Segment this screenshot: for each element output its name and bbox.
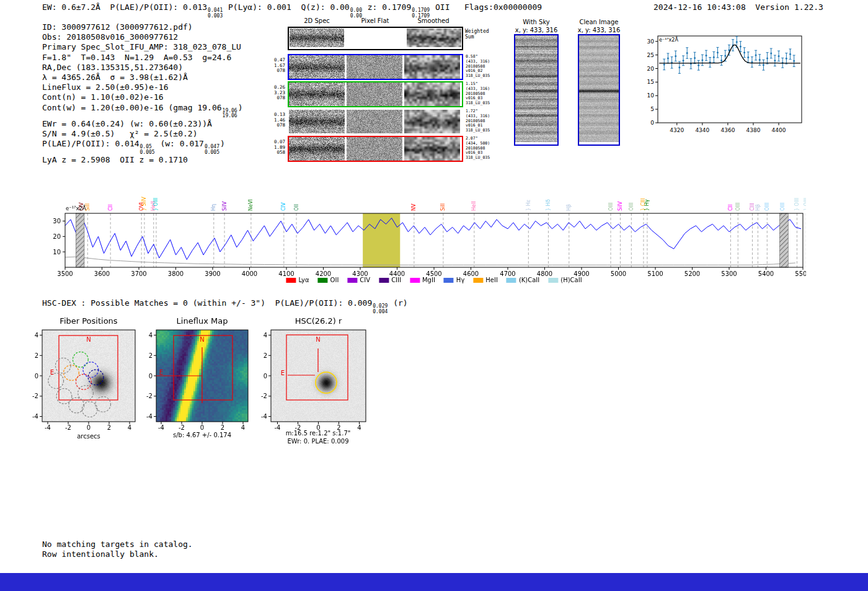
highlight-band bbox=[363, 213, 400, 267]
emission-line-label: OII bbox=[294, 204, 299, 211]
data-point bbox=[770, 53, 772, 55]
y-tick-label: -4 bbox=[146, 413, 153, 420]
hsc-title: HSC(26.2) r bbox=[295, 316, 342, 326]
x-tick-label: 3800 bbox=[168, 270, 184, 277]
y-tick-label: 0 bbox=[149, 373, 153, 380]
hsc-overlay: HSC(26.2) r-4-2024-4-2024NEm:16.5 re:1.2… bbox=[252, 315, 386, 447]
text-segment: z: 0.1709 bbox=[363, 2, 411, 12]
magnitude-caption: m:16.5 re:1.2" s:1.7" bbox=[286, 430, 351, 437]
data-point bbox=[755, 55, 757, 56]
x-tick-label: 4 bbox=[357, 424, 361, 431]
info-line: ID: 3000977612 (3000977612.pdf) bbox=[42, 22, 243, 32]
data-point bbox=[789, 53, 791, 55]
weighted-smoothed-image bbox=[407, 29, 461, 47]
text-segment: EWr = 0.64(±0.24) (w: 0.60(±0.23))Å bbox=[42, 119, 212, 128]
hsc-cutout-panel: HSC(26.2) r-4-2024-4-2024NEm:16.5 re:1.2… bbox=[252, 315, 386, 447]
match-region-box bbox=[59, 335, 118, 400]
sb-caption: s/b: 4.67 +/- 0.174 bbox=[173, 432, 231, 438]
text-segment: F=1.8" T=0.143 N=1.29 A=0.53 g=24.6 bbox=[42, 53, 231, 62]
data-point bbox=[793, 60, 795, 62]
emission-line-label: CIII bbox=[750, 203, 755, 211]
spec2d-row-annotation: 1.15" (433, 316) 20180508 v016_03 318_LU… bbox=[466, 82, 503, 106]
north-label: N bbox=[316, 336, 320, 343]
text-segment: Primary Spec_Slot_IFU_AMP: 318_023_078_L… bbox=[42, 42, 241, 51]
north-label: N bbox=[200, 336, 204, 343]
y-tick-label: 5 bbox=[650, 106, 654, 112]
x-tick-label: -4 bbox=[158, 424, 164, 431]
x-tick-label: 5000 bbox=[611, 270, 626, 277]
emission-line-label: CIV bbox=[281, 202, 286, 211]
emission-line-label: } OIII bbox=[804, 198, 806, 211]
x-tick-label: 5300 bbox=[721, 270, 737, 277]
ewr-plae-caption: EWr: 0. PLAE: 0.009 bbox=[287, 438, 348, 445]
bottom-bar bbox=[0, 573, 868, 591]
fiber-circle bbox=[73, 352, 88, 367]
legend-item: CIII bbox=[379, 277, 401, 283]
x-tick-label: 4000 bbox=[242, 270, 257, 277]
spec2d-row-smoothed-image bbox=[404, 82, 460, 106]
legend-label: OII bbox=[330, 277, 339, 283]
x-tick-label: 4360 bbox=[720, 127, 735, 133]
units-annotation: e⁻¹⁷x2Å bbox=[66, 205, 86, 211]
elixer-report-page: EW: 0.6±7.2Å P(LAE)/P(OII): 0.0130.0410.… bbox=[0, 0, 868, 591]
data-point bbox=[743, 51, 745, 53]
info-line: RA,Dec (183.135315,51.273640) bbox=[42, 63, 243, 73]
plot-box bbox=[65, 213, 803, 267]
legend-label: CIII bbox=[391, 277, 401, 283]
data-point bbox=[720, 60, 722, 61]
legend-label: Hγ bbox=[456, 277, 464, 283]
spec2d-row-pixelflat-image bbox=[347, 55, 402, 79]
data-point bbox=[675, 55, 676, 57]
text-segment: λ = 4365.26Å σ = 3.98(±1.62)Å bbox=[42, 73, 188, 82]
match-region-box bbox=[286, 335, 348, 400]
spectrum-legend: LyαOIICIVCIIIMgIIHγHeII(K)CaII(H)CaII bbox=[286, 277, 582, 283]
plot-box bbox=[658, 36, 802, 123]
full-spectrum-svg: CIVSiIICIIOVI} SiIVHeII} OIIIHηSiIVNeVIC… bbox=[43, 158, 806, 282]
fiber-circle bbox=[55, 358, 71, 373]
spec2d-row-2d-image bbox=[289, 82, 345, 106]
data-point bbox=[698, 64, 699, 66]
x-tick-label: 0 bbox=[200, 424, 204, 431]
spec2d-row-left-labels: 0.47 1.67 078 bbox=[269, 58, 285, 74]
text-segment: ID: 3000977612 (3000977612.pdf) bbox=[42, 22, 193, 32]
x-tick-label: 3500 bbox=[57, 270, 73, 277]
legend-label: (K)CaII bbox=[519, 277, 539, 283]
data-point bbox=[694, 57, 696, 59]
y-tick-label: -4 bbox=[32, 413, 38, 420]
weighted-2d-image bbox=[290, 29, 344, 47]
fiber-positions-panel: Fiber Positions-4-2024-4-2024NEarcsecs bbox=[24, 315, 155, 442]
sky-panel-coords: x, y: 433, 316 bbox=[502, 27, 570, 33]
emission-line-label: Hη bbox=[211, 204, 216, 211]
data-point bbox=[759, 59, 761, 61]
spec2d-row-annotation: 2.07" (434, 500) 20180508 v016_03 318_LU… bbox=[466, 136, 503, 161]
legend-item: Lyα bbox=[286, 277, 309, 283]
text-segment: ) bbox=[220, 139, 225, 148]
stacked-uncertainty: 0.050.005 bbox=[140, 144, 155, 155]
y-tick-label: 30 bbox=[53, 218, 61, 224]
x-tick-label: -2 bbox=[179, 424, 185, 431]
text-segment: P(LAE)/P(OII): 0.014 bbox=[42, 139, 140, 148]
text-segment: (w: 0.017 bbox=[156, 139, 204, 148]
line-fit-plot: 05101520253043204340436043804400e⁻¹⁷x2Å bbox=[642, 31, 809, 138]
emission-line-label: CII bbox=[108, 205, 113, 211]
masked-band bbox=[76, 213, 84, 267]
data-point bbox=[701, 59, 703, 61]
info-line: Primary Spec_Slot_IFU_AMP: 318_023_078_L… bbox=[42, 42, 243, 52]
east-label: E bbox=[281, 370, 285, 376]
spec2d-row-smoothed-image bbox=[404, 110, 460, 133]
spec2d-row-2d-image bbox=[289, 110, 345, 133]
data-point bbox=[717, 51, 719, 53]
data-point bbox=[706, 55, 707, 56]
stacked-uncertainty: 0.0410.003 bbox=[208, 8, 223, 19]
legend-swatch bbox=[444, 278, 454, 283]
x-tick-label: -4 bbox=[45, 424, 51, 431]
lineflux-map-panel: Lineflux Map-4-2024-4-2024NEs/b: 4.67 +/… bbox=[138, 315, 268, 442]
stacked-value: 0.004 bbox=[373, 309, 388, 315]
x-axis-label: arcsecs bbox=[77, 433, 100, 440]
emission-line-label: OIII bbox=[629, 203, 634, 211]
emission-line-label: OIII bbox=[735, 203, 741, 211]
legend-item: Hγ bbox=[444, 277, 464, 283]
match-region-box bbox=[174, 335, 232, 400]
footer-line-1: No matching targets in catalog. bbox=[42, 540, 193, 549]
data-point bbox=[683, 60, 684, 61]
